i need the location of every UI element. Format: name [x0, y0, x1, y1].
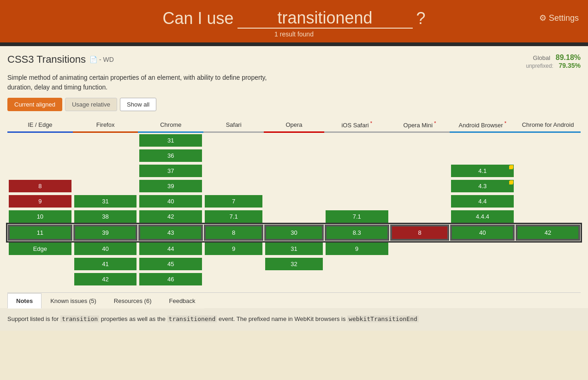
browser-header-opera: Opera [264, 118, 324, 132]
ios-cell-9: 9 [324, 241, 390, 256]
firefox-cell-31: 31 [73, 194, 138, 209]
chromeandroid-cell-empty-6: — [515, 209, 581, 224]
table-row: — 42 46 — — — — — — [7, 272, 581, 287]
operamini-cell-empty-10: — [390, 272, 450, 287]
chromeandroid-cell-empty-5: — [515, 194, 581, 209]
chrome-cell-43-current: 43 [138, 224, 203, 241]
ios-cell-empty-5: — [324, 194, 390, 209]
tab-known-issues[interactable]: Known issues (5) [42, 293, 105, 309]
safari-cell-empty-4: — [203, 178, 264, 194]
operamini-cell-empty-6: — [390, 209, 450, 224]
ios-cell-empty-2: — [324, 148, 390, 163]
chrome-label: Chrome [160, 121, 181, 128]
notes-section: Support listed is for transition propert… [0, 308, 588, 331]
operamini-cell-empty-4: — [390, 178, 450, 194]
ios-cell-empty-10: — [324, 272, 390, 287]
header: Can I use ? 1 result found ⚙ Settings [0, 0, 588, 42]
ie-cell-empty-1: — [7, 132, 73, 148]
table-row: 10 38 42 7.1 — 7.1 — 4.4.4 — [7, 209, 581, 224]
operamini-cell-8-current: 8 [390, 224, 450, 241]
chromeandroid-cell-42-current: 42 [515, 224, 581, 241]
browser-header-ios: iOS Safari * [324, 118, 390, 132]
settings-label: Settings [549, 13, 579, 23]
firefox-label: Firefox [96, 121, 115, 128]
opera-cell-empty-2: — [264, 148, 324, 163]
firefox-cell-empty-4: — [73, 178, 138, 194]
ios-safari-label: iOS Safari [341, 122, 368, 129]
safari-cell-8-current: 8 [203, 224, 264, 241]
doc-icon: 📄 [89, 56, 97, 63]
chromeandroid-cell-empty-2: — [515, 148, 581, 163]
ios-cell-empty-3: — [324, 163, 390, 178]
firefox-cell-empty-1: — [73, 132, 138, 148]
notes-text-prefix: Support listed is for transition propert… [7, 315, 419, 322]
opera-cell-32: 32 [264, 256, 324, 272]
table-row: 8 — 39 — — — — 4.3 — [7, 178, 581, 194]
table-row: — — 31 — — — — — — [7, 132, 581, 148]
browser-header-chrome: Chrome [138, 118, 203, 132]
settings-button[interactable]: ⚙ Settings [539, 13, 579, 23]
opera-mini-label: Opera Mini [404, 122, 433, 129]
firefox-cell-empty-2: — [73, 148, 138, 163]
safari-cell-empty-10: — [203, 272, 264, 287]
opera-cell-empty-3: — [264, 163, 324, 178]
operamini-cell-empty-8: — [390, 241, 450, 256]
table-row: — — 37 — — — — 4.1 — [7, 163, 581, 178]
feature-title: CSS3 Transitions [7, 53, 86, 65]
browser-header-operamini: Opera Mini * [390, 118, 450, 132]
operamini-cell-empty-1: — [390, 132, 450, 148]
safari-cell-empty-9: — [203, 256, 264, 272]
ios-asterisk: * [369, 120, 372, 126]
chromeandroid-cell-empty-4: — [515, 178, 581, 194]
chromeandroid-cell-empty-3: — [515, 163, 581, 178]
compatibility-table: IE / Edge Firefox Chrome Safari Opera iO… [7, 118, 581, 287]
ios-cell-empty-9: — [324, 256, 390, 272]
opera-cell-30-current: 30 [264, 224, 324, 241]
chromeandroid-cell-empty-1: — [515, 132, 581, 148]
firefox-cell-38: 38 [73, 209, 138, 224]
android-cell-empty-1: — [450, 132, 515, 148]
chrome-cell-39: 39 [138, 178, 203, 194]
ios-cell-71: 7.1 [324, 209, 390, 224]
operamini-cell-empty-9: — [390, 256, 450, 272]
ie-cell-empty-3: — [7, 163, 73, 178]
ie-cell-empty-10: — [7, 272, 73, 287]
chromeandroid-cell-empty-8: — [515, 241, 581, 256]
tab-feedback[interactable]: Feedback [160, 293, 204, 309]
notes-code-transition: transition [60, 315, 99, 322]
safari-cell-9: 9 [203, 241, 264, 256]
unprefixed-value: 79.35% [559, 62, 581, 69]
ie-cell-11-current: 11 [7, 224, 73, 241]
ie-cell-9: 9 [7, 194, 73, 209]
feature-header: CSS3 Transitions 📄 - WD Global 89.18% un… [7, 53, 581, 69]
can-i-use-prefix: Can I use [162, 9, 233, 28]
usage-relative-button[interactable]: Usage relative [65, 98, 117, 111]
safari-cell-empty-1: — [203, 132, 264, 148]
safari-cell-empty-2: — [203, 148, 264, 163]
tab-resources[interactable]: Resources (6) [105, 293, 160, 309]
android-cell-44: 4.4 [450, 194, 515, 209]
chrome-cell-36: 36 [138, 148, 203, 163]
firefox-cell-41: 41 [73, 256, 138, 272]
spec-badge-label: - WD [99, 56, 114, 63]
ios-cell-83-current: 8.3 [324, 224, 390, 241]
global-label: Global [533, 54, 551, 61]
current-aligned-button[interactable]: Current aligned [7, 98, 62, 111]
opera-cell-31: 31 [264, 241, 324, 256]
table-row: — 41 45 — 32 — — — — [7, 256, 581, 272]
table-row: Edge 40 44 9 31 9 — — — [7, 241, 581, 256]
ie-cell-8: 8 [7, 178, 73, 194]
gear-icon: ⚙ [539, 13, 546, 23]
operamini-cell-empty-3: — [390, 163, 450, 178]
android-asterisk: * [503, 120, 506, 126]
chrome-cell-46: 46 [138, 272, 203, 287]
android-cell-43: 4.3 [450, 178, 515, 194]
chromeandroid-cell-empty-9: — [515, 256, 581, 272]
unprefixed-label: unprefixed: [526, 63, 553, 69]
search-input[interactable] [238, 8, 413, 29]
operamini-cell-empty-5: — [390, 194, 450, 209]
android-cell-41: 4.1 [450, 163, 515, 178]
show-all-button[interactable]: Show all [120, 98, 156, 111]
tab-notes[interactable]: Notes [7, 293, 42, 309]
opera-cell-empty-4: — [264, 178, 324, 194]
